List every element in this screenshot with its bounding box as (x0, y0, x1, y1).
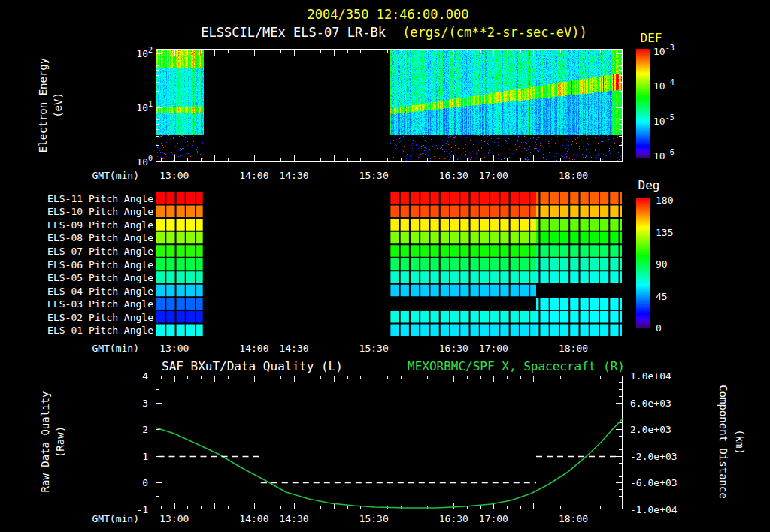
energy-tick-label: 102 (136, 49, 153, 59)
deg-tick-label: 45 (656, 291, 668, 301)
gmt-label-top: GMT(min) (92, 171, 139, 180)
time-tick-label-p2: 14:00 (239, 343, 268, 353)
time-tick-label-p1: 14:00 (239, 171, 268, 180)
quality-tick-label: 4 (142, 371, 148, 381)
quality-tick-label: 3 (142, 397, 148, 407)
quality-axis-units: (Raw) (55, 426, 65, 458)
distance-tick-label: -6.0e+03 (630, 478, 678, 488)
deg-tick-label: 90 (656, 259, 668, 269)
bottom-panel-title-left: SAF_BXuT/Data Quality (L) (162, 361, 343, 373)
pitch-row-label: ELS-08 Pitch Angle (47, 233, 153, 243)
distance-tick-label: -1.0e+04 (630, 505, 678, 515)
def-tick-label: 10-3 (653, 47, 675, 56)
time-tick-label-p1: 13:00 (159, 171, 189, 180)
time-tick-label-p3: 14:30 (279, 514, 308, 524)
time-tick-label-p2: 16:30 (439, 343, 468, 353)
distance-tick-label: 2.0e+03 (630, 425, 671, 434)
time-tick-label-p2: 14:30 (279, 343, 308, 353)
def-tick-label: 10-5 (653, 116, 675, 125)
quality-tick-label: -1 (136, 505, 148, 515)
pitch-angle-canvas (156, 192, 623, 337)
def-tick-label: 10-6 (653, 150, 675, 160)
energy-tick-label: 100 (136, 157, 153, 167)
pitch-row-label: ELS-09 Pitch Angle (47, 219, 153, 229)
distance-tick-label: -2.0e+03 (630, 451, 678, 461)
time-tick-label-p2: 13:00 (159, 343, 189, 353)
plot-title: ELSSCIL/MEx ELS-07 LR-Bk (201, 25, 386, 40)
plot-datetime: 2004/350 12:46:00.000 (308, 8, 469, 21)
time-tick-label-p3: 17:00 (479, 514, 508, 524)
time-tick-label-p3: 18:00 (559, 514, 588, 524)
plot-units: (ergs/(cm**2-sr-sec-eV)) (402, 25, 587, 40)
distance-axis-title: Component Distance (718, 385, 729, 499)
deg-tick-label: 0 (656, 323, 662, 333)
quality-axis-title: Raw Data Quality (40, 391, 50, 493)
time-tick-label-p3: 14:00 (239, 514, 268, 524)
gmt-label-bottom: GMT(min) (92, 514, 139, 524)
time-tick-label-p2: 18:00 (559, 343, 588, 353)
pitch-row-label: ELS-05 Pitch Angle (47, 273, 153, 283)
pitch-row-label: ELS-01 Pitch Angle (47, 325, 153, 335)
quality-tick-label: 2 (142, 425, 148, 434)
time-tick-label-p1: 15:30 (359, 171, 389, 180)
pitch-row-label: ELS-07 Pitch Angle (47, 246, 153, 255)
def-tick-label: 10-4 (653, 81, 675, 91)
deg-colorbar-title: Deg (638, 180, 660, 192)
distance-axis-units: (km) (735, 429, 745, 455)
plot-title-row: ELSSCIL/MEx ELS-07 LR-Bk (ergs/(cm**2-sr… (201, 26, 587, 39)
def-colorbar-canvas (636, 49, 650, 158)
quality-tick-label: 1 (142, 451, 148, 461)
time-tick-label-p3: 16:30 (439, 514, 468, 524)
energy-spectrogram-canvas (156, 49, 623, 162)
time-tick-label-p3: 13:00 (159, 514, 189, 524)
pitch-row-label: ELS-02 Pitch Angle (47, 312, 153, 322)
time-tick-label-p1: 16:30 (439, 171, 468, 180)
deg-tick-label: 180 (656, 195, 673, 205)
energy-tick-label: 101 (136, 103, 153, 113)
quality-tick-label: 0 (142, 478, 148, 488)
time-tick-label-p2: 15:30 (359, 343, 389, 353)
gmt-label-middle: GMT(min) (92, 343, 139, 353)
time-tick-label-p1: 17:00 (479, 171, 508, 180)
time-tick-label-p1: 18:00 (559, 171, 588, 180)
pitch-row-label: ELS-11 Pitch Angle (47, 193, 153, 203)
def-colorbar-title: DEF (641, 32, 662, 44)
time-tick-label-p1: 14:30 (279, 171, 308, 180)
bottom-panel-title-right: MEXORBMC/SPF X, Spacecraft (R) (408, 361, 625, 373)
distance-tick-label: 6.0e+03 (630, 397, 671, 407)
pitch-row-label: ELS-03 Pitch Angle (47, 299, 153, 309)
deg-colorbar-canvas (636, 198, 650, 328)
energy-axis-units: (eV) (53, 92, 63, 118)
pitch-row-label: ELS-04 Pitch Angle (47, 286, 153, 295)
pitch-row-label: ELS-10 Pitch Angle (47, 207, 153, 216)
quality-distance-canvas (156, 376, 623, 509)
deg-tick-label: 135 (656, 227, 673, 237)
plot-window: { "window": {"width": 1024, "height": 70… (0, 0, 770, 532)
time-tick-label-p3: 15:30 (359, 514, 389, 524)
distance-tick-label: 1.0e+04 (630, 371, 671, 381)
energy-axis-title: Electron Energy (38, 58, 48, 153)
time-tick-label-p2: 17:00 (479, 343, 508, 353)
pitch-row-label: ELS-06 Pitch Angle (47, 259, 153, 269)
